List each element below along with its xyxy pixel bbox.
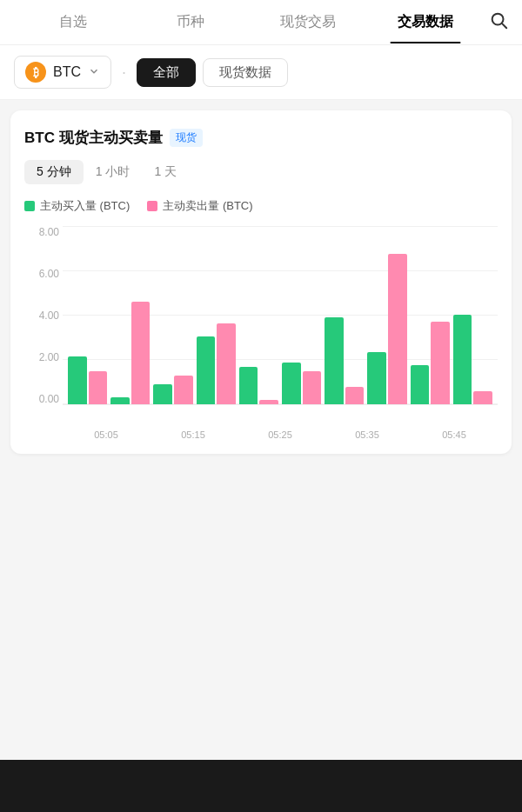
time-btn-5min[interactable]: 5 分钟 bbox=[24, 160, 84, 184]
bar-buy bbox=[411, 365, 430, 404]
bar-buy bbox=[153, 384, 172, 404]
card-title: BTC 现货主动买卖量 现货 bbox=[24, 128, 498, 148]
bar-sell bbox=[174, 376, 193, 404]
legend-sell: 主动卖出量 (BTC) bbox=[147, 198, 252, 214]
y-label-0: 0.00 bbox=[24, 393, 59, 405]
coin-selector[interactable]: ₿ BTC bbox=[14, 56, 111, 89]
legend-buy-label: 主动买入量 (BTC) bbox=[40, 198, 130, 214]
bar-sell bbox=[217, 323, 236, 404]
nav-item-watchlist[interactable]: 自选 bbox=[14, 1, 131, 43]
y-axis: 0.00 2.00 4.00 6.00 8.00 bbox=[24, 226, 59, 405]
bar-group bbox=[453, 230, 492, 404]
bar-group bbox=[367, 230, 406, 404]
bar-buy bbox=[239, 367, 258, 404]
bar-sell bbox=[131, 302, 151, 404]
bar-sell bbox=[388, 254, 407, 404]
time-btn-1h[interactable]: 1 小时 bbox=[84, 160, 143, 184]
legend-buy-color bbox=[24, 201, 35, 211]
x-label-0535: 05:35 bbox=[324, 429, 411, 440]
chart-legend: 主动买入量 (BTC) 主动卖出量 (BTC) bbox=[24, 198, 498, 214]
bar-group bbox=[197, 230, 236, 404]
bar-buy bbox=[453, 315, 472, 404]
bar-buy bbox=[282, 363, 301, 404]
bar-sell bbox=[303, 371, 322, 404]
top-navigation: 自选 币种 现货交易 交易数据 bbox=[0, 0, 522, 45]
bar-sell bbox=[89, 371, 108, 404]
x-label-0505: 05:05 bbox=[63, 429, 150, 440]
chart-inner bbox=[63, 226, 498, 405]
x-label-0525: 05:25 bbox=[237, 429, 324, 440]
y-label-4: 4.00 bbox=[24, 309, 59, 322]
bar-sell bbox=[431, 322, 450, 404]
bar-group bbox=[325, 230, 364, 404]
tab-all[interactable]: 全部 bbox=[137, 58, 196, 87]
bottom-bar bbox=[0, 760, 522, 812]
y-label-8: 8.00 bbox=[24, 226, 59, 238]
legend-buy: 主动买入量 (BTC) bbox=[24, 198, 130, 214]
search-icon[interactable] bbox=[484, 10, 508, 34]
x-label-0545: 05:45 bbox=[411, 429, 498, 440]
bar-group bbox=[153, 230, 192, 404]
y-label-6: 6.00 bbox=[24, 268, 59, 280]
bar-buy bbox=[367, 352, 386, 404]
btc-volume-card: BTC 现货主动买卖量 现货 5 分钟 1 小时 1 天 主动买入量 (BTC)… bbox=[10, 110, 512, 454]
nav-item-currency[interactable]: 币种 bbox=[131, 1, 249, 43]
btc-icon: ₿ bbox=[25, 62, 46, 83]
time-selector: 5 分钟 1 小时 1 天 bbox=[24, 160, 498, 184]
x-label-0515: 05:15 bbox=[150, 429, 237, 440]
bar-sell bbox=[345, 387, 365, 404]
bar-group bbox=[239, 230, 278, 404]
card-title-text: BTC 现货主动买卖量 bbox=[24, 128, 163, 148]
bar-buy bbox=[68, 356, 87, 404]
legend-sell-label: 主动卖出量 (BTC) bbox=[163, 198, 252, 214]
bar-group bbox=[68, 230, 107, 404]
bar-group bbox=[411, 230, 450, 404]
chart-area: 0.00 2.00 4.00 6.00 8.00 bbox=[24, 226, 498, 426]
nav-item-trade-data[interactable]: 交易数据 bbox=[366, 1, 484, 43]
chevron-down-icon bbox=[88, 65, 100, 80]
bar-buy bbox=[197, 336, 216, 404]
x-axis: 05:05 05:15 05:25 05:35 05:45 bbox=[24, 429, 498, 440]
time-btn-1d[interactable]: 1 天 bbox=[142, 160, 189, 184]
bar-sell bbox=[259, 400, 278, 404]
y-label-2: 2.00 bbox=[24, 351, 59, 363]
coin-label: BTC bbox=[53, 64, 81, 80]
tab-spot[interactable]: 现货数据 bbox=[203, 58, 288, 87]
filter-row: ₿ BTC · 全部 现货数据 bbox=[0, 45, 522, 100]
bar-buy bbox=[110, 397, 130, 404]
legend-sell-color bbox=[147, 201, 157, 211]
bars-container bbox=[63, 226, 498, 404]
spot-badge: 现货 bbox=[170, 129, 203, 147]
nav-item-spot-trade[interactable]: 现货交易 bbox=[249, 1, 366, 43]
bar-group bbox=[282, 230, 321, 404]
bar-sell bbox=[473, 391, 492, 404]
svg-line-1 bbox=[502, 23, 506, 28]
divider: · bbox=[122, 63, 126, 82]
bar-group bbox=[110, 230, 150, 404]
data-type-tabs: 全部 现货数据 bbox=[137, 58, 288, 87]
bar-buy bbox=[325, 317, 344, 405]
